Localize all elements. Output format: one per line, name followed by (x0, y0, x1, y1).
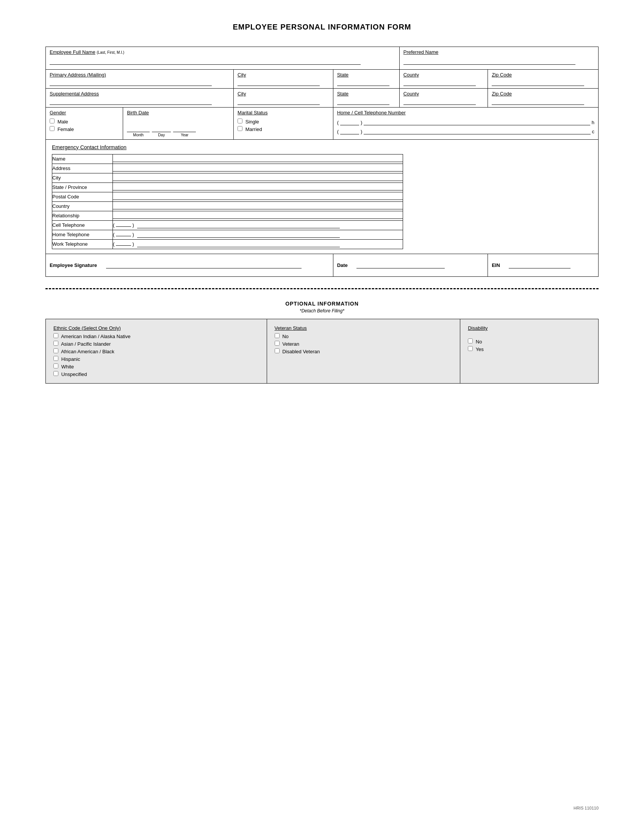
preferred-name-input[interactable] (403, 59, 575, 65)
dashed-separator (45, 288, 599, 289)
disability-yes-checkbox[interactable] (468, 346, 473, 351)
date-cell: Date (333, 254, 488, 277)
signature-row: Employee Signature Date EIN (46, 254, 599, 277)
ethnic-code-cell: Ethnic Code (Select One Only) American I… (46, 319, 267, 384)
ethnic-item-3: Hispanic (53, 356, 259, 362)
gender-female-label: Female (58, 127, 74, 132)
ec-cell-area (116, 227, 131, 227)
primary-city-input[interactable] (238, 80, 320, 86)
ein-label: EIN (492, 262, 500, 268)
veteran-yes-checkbox[interactable] (275, 341, 280, 346)
veteran-status-cell: Veteran Status No Veteran Disabled Veter… (267, 319, 460, 384)
marital-single-checkbox[interactable] (238, 119, 242, 124)
supp-state-input[interactable] (337, 99, 390, 105)
gender-female-checkbox[interactable] (50, 126, 55, 131)
veteran-no-checkbox[interactable] (275, 333, 280, 338)
disability-no-checkbox[interactable] (468, 338, 473, 343)
employee-full-name-input[interactable] (50, 59, 361, 65)
ec-cell-paren-close: ) (133, 222, 134, 228)
ec-address-row: Address (52, 164, 403, 174)
veteran-no-option: No (275, 333, 453, 339)
tel-h-close-paren: ) (361, 120, 362, 125)
disability-no-label: No (476, 339, 482, 344)
ethnic-american-indian-checkbox[interactable] (53, 333, 58, 338)
birth-day-sublabel: Day (152, 133, 171, 137)
ethnic-hispanic-checkbox[interactable] (53, 356, 58, 361)
ec-work-paren-open: ( (113, 241, 114, 247)
ec-city-input-cell (113, 174, 403, 183)
primary-zip-input[interactable] (492, 80, 584, 86)
ec-city-input[interactable] (113, 175, 402, 181)
supp-zip-label: Zip Code (492, 91, 512, 96)
signature-cell: Employee Signature (46, 254, 333, 277)
ec-country-input-cell (113, 202, 403, 211)
ec-name-input[interactable] (113, 156, 402, 162)
birth-day-input[interactable] (152, 126, 171, 132)
ethnic-item-4: White (53, 363, 259, 370)
date-input[interactable] (356, 262, 445, 269)
birth-month-sublabel: Month (127, 133, 150, 137)
ein-input[interactable] (509, 262, 570, 269)
marital-married-checkbox[interactable] (238, 126, 242, 131)
home-cell-label: Home / Cell Telephone Number (337, 110, 594, 116)
ethnic-white-checkbox[interactable] (53, 363, 58, 368)
veteran-disabled-label: Disabled Veteran (282, 349, 320, 354)
ethnic-unspecified-checkbox[interactable] (53, 371, 58, 376)
ec-city-label-cell: City (52, 174, 113, 183)
ec-relationship-input[interactable] (113, 213, 402, 219)
ec-work-tel-row: Work Telephone ( ) (52, 240, 403, 249)
supp-address-cell: Supplemental Address (46, 88, 234, 108)
birth-date-label: Birth Date (127, 110, 230, 116)
ec-address-input[interactable] (113, 166, 402, 172)
veteran-yes-label: Veteran (282, 341, 299, 347)
ec-country-input[interactable] (113, 203, 402, 209)
emergency-contact-cell: Emergency Contact Information Name Addre… (46, 140, 599, 254)
supp-address-input[interactable] (50, 99, 212, 105)
primary-county-input[interactable] (403, 80, 476, 86)
employee-full-name-cell: Employee Full Name (Last, First, M.I.) (46, 47, 400, 70)
ec-state-input[interactable] (113, 184, 402, 190)
supp-address-label: Supplemental Address (50, 91, 99, 96)
signature-input[interactable] (106, 262, 301, 269)
ec-postal-label-cell: Postal Code (52, 192, 113, 202)
tel-c-open-paren: ( (337, 129, 339, 134)
marital-single-label: Single (245, 119, 259, 125)
birth-month-input[interactable] (127, 126, 150, 132)
primary-address-input[interactable] (50, 80, 212, 86)
ec-cell-tel-label-cell: Cell Telephone (52, 221, 113, 230)
ec-work-tel-input[interactable] (137, 241, 340, 247)
veteran-disabled-checkbox[interactable] (275, 348, 280, 353)
gender-male-checkbox[interactable] (50, 119, 55, 124)
primary-county-label: County (403, 72, 419, 78)
preferred-name-cell: Preferred Name (399, 47, 598, 70)
ec-country-label-cell: Country (52, 202, 113, 211)
tel-home-input[interactable] (364, 119, 590, 125)
tel-cell-input[interactable] (364, 129, 590, 134)
birth-year-input[interactable] (173, 126, 196, 132)
ec-relationship-label-cell: Relationship (52, 211, 113, 221)
ethnic-asian-checkbox[interactable] (53, 341, 58, 346)
supp-city-label: City (238, 91, 246, 96)
ethnic-item-1: Asian / Pacific Islander (53, 341, 259, 347)
gender-male-option: Male (50, 119, 119, 125)
ec-cell-tel-row: Cell Telephone ( ) (52, 221, 403, 230)
ec-cell-tel-input[interactable] (137, 222, 340, 228)
ethnic-african-american-checkbox[interactable] (53, 348, 58, 353)
primary-state-input[interactable] (337, 80, 390, 86)
ec-country-label: Country (52, 203, 70, 209)
ec-cell-tel-input-cell: ( ) (113, 221, 403, 230)
ec-city-label: City (52, 175, 61, 181)
ec-home-tel-input[interactable] (137, 232, 340, 238)
supp-city-input[interactable] (238, 99, 320, 105)
ec-postal-input[interactable] (113, 194, 402, 200)
ec-address-input-cell (113, 164, 403, 174)
ec-name-row: Name (52, 154, 403, 164)
ec-home-area (116, 236, 131, 236)
marital-status-cell: Marital Status Single Married (234, 108, 333, 140)
date-label: Date (337, 262, 348, 268)
marital-single-option: Single (238, 119, 329, 125)
gender-male-label: Male (58, 119, 68, 125)
ethnic-item-5: Unspecified (53, 371, 259, 377)
supp-zip-input[interactable] (492, 99, 584, 105)
supp-county-input[interactable] (403, 99, 476, 105)
